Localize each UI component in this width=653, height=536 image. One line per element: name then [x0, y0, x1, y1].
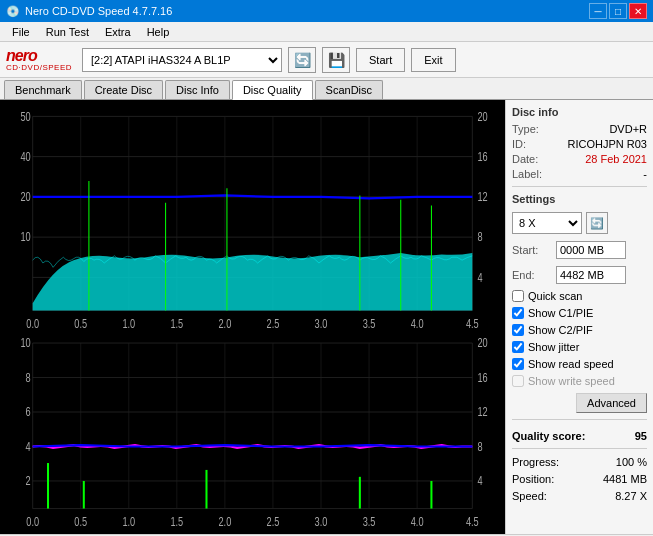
end-input[interactable]: [556, 266, 626, 284]
tab-disc-info[interactable]: Disc Info: [165, 80, 230, 99]
show-c1pie-checkbox[interactable]: [512, 307, 524, 319]
speed-row: Speed: 8.27 X: [512, 490, 647, 502]
position-row: Position: 4481 MB: [512, 473, 647, 485]
quick-scan-label: Quick scan: [528, 290, 582, 302]
show-write-speed-label: Show write speed: [528, 375, 615, 387]
disc-type-value: DVD+R: [609, 123, 647, 135]
charts-area: 50 40 20 10 20 16 12 8 4 0.0 0.5 1.0 1.5…: [0, 100, 505, 534]
position-value: 4481 MB: [603, 473, 647, 485]
svg-text:10: 10: [20, 230, 30, 244]
title-bar: 💿 Nero CD-DVD Speed 4.7.7.16 ─ □ ✕: [0, 0, 653, 22]
bottom-chart-svg: 10 8 6 4 2 20 16 12 8 4 0.0 0.5 1.0 1.5 …: [2, 332, 503, 532]
disc-date-row: Date: 28 Feb 2021: [512, 153, 647, 165]
separator-2: [512, 419, 647, 420]
svg-text:40: 40: [20, 149, 30, 163]
separator-3: [512, 448, 647, 449]
svg-text:1.0: 1.0: [122, 316, 135, 330]
disc-date-label: Date:: [512, 153, 538, 165]
svg-text:16: 16: [477, 370, 487, 384]
drive-selector[interactable]: [2:2] ATAPI iHAS324 A BL1P: [82, 48, 282, 72]
show-read-speed-label: Show read speed: [528, 358, 614, 370]
show-write-speed-checkbox[interactable]: [512, 375, 524, 387]
disc-id-label: ID:: [512, 138, 526, 150]
svg-text:10: 10: [20, 336, 30, 350]
show-jitter-row: Show jitter: [512, 341, 647, 353]
svg-text:6: 6: [26, 405, 31, 419]
svg-text:2.5: 2.5: [267, 316, 280, 330]
speed-label: Speed:: [512, 490, 547, 502]
close-button[interactable]: ✕: [629, 3, 647, 19]
speed-refresh-button[interactable]: 🔄: [586, 212, 608, 234]
top-chart-svg: 50 40 20 10 20 16 12 8 4 0.0 0.5 1.0 1.5…: [2, 102, 503, 332]
svg-text:4: 4: [26, 439, 31, 453]
window-title: Nero CD-DVD Speed 4.7.7.16: [25, 5, 172, 17]
right-panel: Disc info Type: DVD+R ID: RICOHJPN R03 D…: [505, 100, 653, 534]
svg-text:4: 4: [477, 270, 482, 284]
menu-run-test[interactable]: Run Test: [38, 24, 97, 40]
show-c1pie-row: Show C1/PIE: [512, 307, 647, 319]
show-c2pif-checkbox[interactable]: [512, 324, 524, 336]
end-label: End:: [512, 269, 552, 281]
svg-text:2.5: 2.5: [267, 515, 280, 529]
progress-value: 100 %: [616, 456, 647, 468]
progress-label: Progress:: [512, 456, 559, 468]
tab-benchmark[interactable]: Benchmark: [4, 80, 82, 99]
nero-logo: nero CD·DVD/SPEED: [6, 48, 72, 72]
speed-selector[interactable]: 8 X: [512, 212, 582, 234]
show-jitter-checkbox[interactable]: [512, 341, 524, 353]
svg-text:0.5: 0.5: [74, 515, 87, 529]
svg-text:4.0: 4.0: [411, 316, 424, 330]
show-read-speed-row: Show read speed: [512, 358, 647, 370]
menu-file[interactable]: File: [4, 24, 38, 40]
svg-text:1.0: 1.0: [122, 515, 135, 529]
app-icon: 💿: [6, 5, 20, 18]
disc-label-row: Label: -: [512, 168, 647, 180]
start-input[interactable]: [556, 241, 626, 259]
start-button[interactable]: Start: [356, 48, 405, 72]
tab-bar: Benchmark Create Disc Disc Info Disc Qua…: [0, 78, 653, 100]
disc-date-value: 28 Feb 2021: [585, 153, 647, 165]
svg-text:3.5: 3.5: [363, 515, 376, 529]
disc-id-row: ID: RICOHJPN R03: [512, 138, 647, 150]
start-row: Start:: [512, 241, 647, 259]
svg-text:8: 8: [477, 230, 482, 244]
advanced-button[interactable]: Advanced: [576, 393, 647, 413]
disc-label-label: Label:: [512, 168, 542, 180]
svg-text:1.5: 1.5: [170, 316, 183, 330]
svg-text:20: 20: [477, 336, 487, 350]
minimize-button[interactable]: ─: [589, 3, 607, 19]
top-chart-wrapper: 50 40 20 10 20 16 12 8 4 0.0 0.5 1.0 1.5…: [2, 102, 503, 332]
disc-info-title: Disc info: [512, 106, 647, 118]
toolbar: nero CD·DVD/SPEED [2:2] ATAPI iHAS324 A …: [0, 42, 653, 78]
svg-text:4.5: 4.5: [466, 316, 479, 330]
speed-value: 8.27 X: [615, 490, 647, 502]
svg-text:4.5: 4.5: [466, 515, 479, 529]
svg-text:0.5: 0.5: [74, 316, 87, 330]
save-button[interactable]: 💾: [322, 47, 350, 73]
start-label: Start:: [512, 244, 552, 256]
svg-text:0.0: 0.0: [26, 515, 39, 529]
position-label: Position:: [512, 473, 554, 485]
separator-1: [512, 186, 647, 187]
menu-help[interactable]: Help: [139, 24, 178, 40]
progress-row: Progress: 100 %: [512, 456, 647, 468]
svg-text:2.0: 2.0: [219, 515, 232, 529]
tab-create-disc[interactable]: Create Disc: [84, 80, 163, 99]
quick-scan-checkbox[interactable]: [512, 290, 524, 302]
refresh-button[interactable]: 🔄: [288, 47, 316, 73]
svg-text:16: 16: [477, 149, 487, 163]
quality-score-value: 95: [635, 430, 647, 442]
disc-type-label: Type:: [512, 123, 539, 135]
maximize-button[interactable]: □: [609, 3, 627, 19]
svg-text:2: 2: [26, 474, 31, 488]
disc-type-row: Type: DVD+R: [512, 123, 647, 135]
svg-text:3.0: 3.0: [315, 316, 328, 330]
exit-button[interactable]: Exit: [411, 48, 455, 72]
quick-scan-row: Quick scan: [512, 290, 647, 302]
tab-disc-quality[interactable]: Disc Quality: [232, 80, 313, 100]
svg-text:3.0: 3.0: [315, 515, 328, 529]
menu-extra[interactable]: Extra: [97, 24, 139, 40]
show-jitter-label: Show jitter: [528, 341, 579, 353]
tab-scan-disc[interactable]: ScanDisc: [315, 80, 383, 99]
show-read-speed-checkbox[interactable]: [512, 358, 524, 370]
